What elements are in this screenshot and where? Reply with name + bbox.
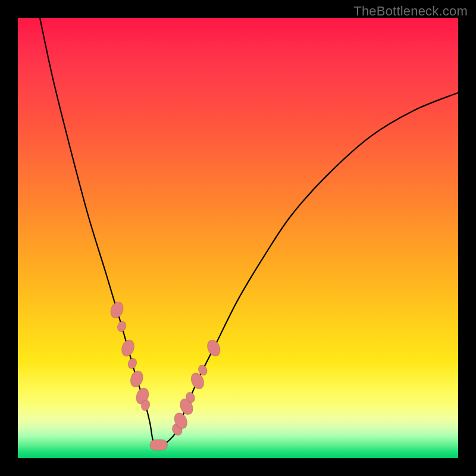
curve-bead — [120, 338, 136, 358]
bottleneck-curve-svg — [18, 18, 458, 458]
curve-markers — [108, 300, 223, 450]
curve-bead — [127, 357, 138, 370]
watermark-text: TheBottleneck.com — [353, 4, 468, 19]
bottleneck-curve — [40, 18, 458, 447]
curve-bead — [129, 369, 145, 389]
chart-frame: TheBottleneck.com — [0, 0, 476, 476]
curve-bead — [116, 320, 127, 333]
curve-bottom-pill — [150, 440, 168, 450]
plot-area — [18, 18, 458, 458]
curve-bead — [108, 300, 125, 320]
curve-bead — [205, 338, 223, 358]
